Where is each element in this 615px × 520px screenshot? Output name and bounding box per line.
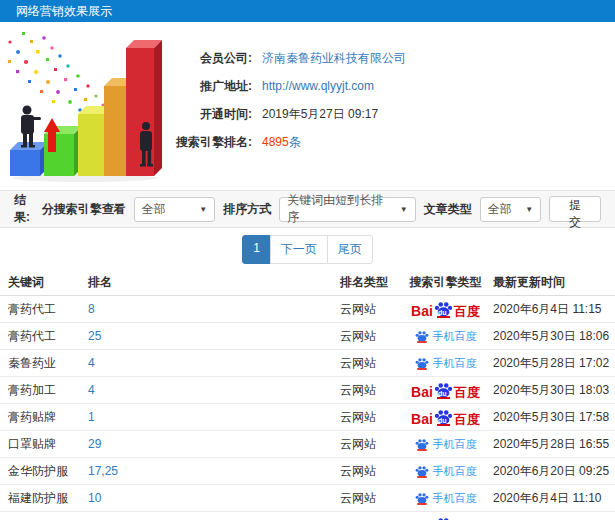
- open-time-label: 开通时间:: [170, 106, 252, 123]
- sort-filter-label: 排序方式: [223, 201, 271, 218]
- rank-link[interactable]: 25: [88, 329, 101, 343]
- pagination: 1 下一页 尾页: [242, 235, 373, 264]
- rank-link[interactable]: 1: [88, 410, 95, 424]
- baidu-logo: Baidu百度: [411, 301, 480, 318]
- profile-fields: 会员公司: 济南秦鲁药业科技有限公司 推广地址: http://www.qlyy…: [170, 44, 406, 156]
- keyword-cell: 膏药贴牌: [8, 409, 88, 426]
- rank-type-cell: 云网站: [340, 382, 398, 399]
- keyword-cell: 膏药代工: [8, 328, 88, 345]
- engine-cell: 手机百度: [398, 356, 493, 371]
- rank-count-number: 4895: [262, 135, 289, 149]
- engine-cell: Baidu百度: [398, 382, 493, 399]
- updated-cell: 2020年5月30日 17:58: [493, 409, 615, 426]
- mobile-baidu-logo: 手机百度: [415, 356, 477, 371]
- rank-link[interactable]: 29: [88, 437, 101, 451]
- mobile-baidu-paw-icon: [415, 438, 429, 451]
- mobile-baidu-paw-icon: [415, 357, 429, 370]
- keyword-cell: 膏药代工: [8, 301, 88, 318]
- field-url: 推广地址: http://www.qlyyjt.com: [170, 72, 406, 100]
- pagination-block: 1 下一页 尾页: [0, 228, 615, 270]
- table-header: 关键词 排名 排名类型 搜索引擎类型 最新更新时间: [0, 270, 615, 296]
- url-label: 推广地址:: [170, 78, 252, 95]
- engine-filter-select[interactable]: 全部▼: [134, 197, 215, 222]
- rank-type-cell: 云网站: [340, 409, 398, 426]
- rank-type-cell: 云网站: [340, 463, 398, 480]
- updated-cell: 2020年6月4日 11:10: [493, 490, 615, 507]
- page-1-button[interactable]: 1: [242, 235, 271, 264]
- page-title: 网络营销效果展示: [0, 0, 615, 22]
- caret-down-icon: ▼: [199, 205, 207, 214]
- col-rank-type: 排名类型: [340, 274, 398, 291]
- baidu-paw-icon: du: [434, 409, 453, 426]
- table-row: 秦鲁药业 4 云网站 手机百度 2020年5月28日 17:02: [0, 350, 615, 377]
- updated-cell: 2020年5月30日 18:03: [493, 382, 615, 399]
- engine-cell: Baidu百度: [398, 517, 493, 520]
- rank-link[interactable]: 4: [88, 383, 95, 397]
- mobile-baidu-logo: 手机百度: [415, 437, 477, 452]
- rank-link[interactable]: 17,25: [88, 464, 118, 478]
- updated-cell: 2020年5月28日 16:55: [493, 436, 615, 453]
- profile-section: 会员公司: 济南秦鲁药业科技有限公司 推广地址: http://www.qlyy…: [0, 22, 615, 190]
- rank-type-cell: 云网站: [340, 301, 398, 318]
- filter-bar: 结果: 分搜索引擎查看 全部▼ 排序方式 关键词由短到长排序▼ 文章类型 全部▼…: [0, 190, 615, 228]
- last-page-button[interactable]: 尾页: [327, 235, 373, 264]
- col-updated: 最新更新时间: [493, 274, 615, 291]
- updated-cell: 2020年6月4日 11:15: [493, 301, 615, 318]
- baidu-paw-icon: du: [434, 301, 453, 318]
- table-row: 膏药代工 25 云网站 手机百度 2020年5月30日 18:06: [0, 323, 615, 350]
- businessman-left: [21, 106, 41, 148]
- rank-type-cell: 云网站: [340, 355, 398, 372]
- engine-cell: Baidu百度: [398, 301, 493, 318]
- baidu-paw-icon: du: [434, 517, 453, 520]
- rank-type-cell: 云网站: [340, 328, 398, 345]
- marketing-chart-image: [0, 26, 172, 186]
- mobile-baidu-paw-icon: [415, 492, 429, 505]
- baidu-paw-icon: du: [434, 382, 453, 399]
- engine-cell: 手机百度: [398, 464, 493, 479]
- company-link[interactable]: 济南秦鲁药业科技有限公司: [262, 50, 406, 67]
- table-row-partial: Baidu百度: [0, 512, 615, 520]
- table-row: 膏药代工 8 云网站 Baidu百度 2020年6月4日 11:15: [0, 296, 615, 323]
- mobile-baidu-logo: 手机百度: [415, 491, 477, 506]
- filter-controls: 分搜索引擎查看 全部▼ 排序方式 关键词由短到长排序▼ 文章类型 全部▼ 提交: [42, 196, 601, 222]
- engine-filter-label: 分搜索引擎查看: [42, 201, 126, 218]
- mobile-baidu-paw-icon: [415, 465, 429, 478]
- table-row: 金华防护服 17,25 云网站 手机百度 2020年6月20日 09:25: [0, 458, 615, 485]
- caret-down-icon: ▼: [525, 205, 533, 214]
- engine-cell: 手机百度: [398, 437, 493, 452]
- field-company: 会员公司: 济南秦鲁药业科技有限公司: [170, 44, 406, 72]
- type-filter-select[interactable]: 全部▼: [480, 197, 541, 222]
- result-section-label: 结果:: [14, 192, 42, 226]
- table-row: 福建防护服 10 云网站 手机百度 2020年6月4日 11:10: [0, 485, 615, 512]
- rank-link[interactable]: 4: [88, 356, 95, 370]
- keyword-cell: 秦鲁药业: [8, 355, 88, 372]
- mobile-baidu-logo: 手机百度: [415, 464, 477, 479]
- field-open-time: 开通时间: 2019年5月27日 09:17: [170, 100, 406, 128]
- updated-cell: 2020年5月28日 17:02: [493, 355, 615, 372]
- rank-link[interactable]: 8: [88, 302, 95, 316]
- type-filter-label: 文章类型: [424, 201, 472, 218]
- rank-type-cell: 云网站: [340, 436, 398, 453]
- keyword-cell: 福建防护服: [8, 490, 88, 507]
- keyword-cell: 金华防护服: [8, 463, 88, 480]
- rank-link[interactable]: 10: [88, 491, 101, 505]
- field-rank-count: 搜索引擎排名: 4895条: [170, 128, 406, 156]
- keyword-cell: 膏药加工: [8, 382, 88, 399]
- promo-url-link[interactable]: http://www.qlyyjt.com: [262, 79, 374, 93]
- results-table: 关键词 排名 排名类型 搜索引擎类型 最新更新时间 膏药代工 8 云网站 Bai…: [0, 270, 615, 520]
- next-page-button[interactable]: 下一页: [270, 235, 328, 264]
- submit-button[interactable]: 提交: [549, 196, 601, 222]
- table-body: 膏药代工 8 云网站 Baidu百度 2020年6月4日 11:15 膏药代工 …: [0, 296, 615, 512]
- engine-cell: 手机百度: [398, 491, 493, 506]
- mobile-baidu-paw-icon: [415, 330, 429, 343]
- rank-count-unit: 条: [289, 135, 301, 149]
- table-row: 口罩贴牌 29 云网站 手机百度 2020年5月28日 16:55: [0, 431, 615, 458]
- col-keyword: 关键词: [8, 274, 88, 291]
- col-rank: 排名: [88, 274, 340, 291]
- baidu-logo: Baidu百度: [411, 517, 480, 520]
- engine-cell: 手机百度: [398, 329, 493, 344]
- baidu-logo: Baidu百度: [411, 382, 480, 399]
- sort-filter-select[interactable]: 关键词由短到长排序▼: [279, 197, 416, 222]
- table-row: 膏药贴牌 1 云网站 Baidu百度 2020年5月30日 17:58: [0, 404, 615, 431]
- engine-cell: Baidu百度: [398, 409, 493, 426]
